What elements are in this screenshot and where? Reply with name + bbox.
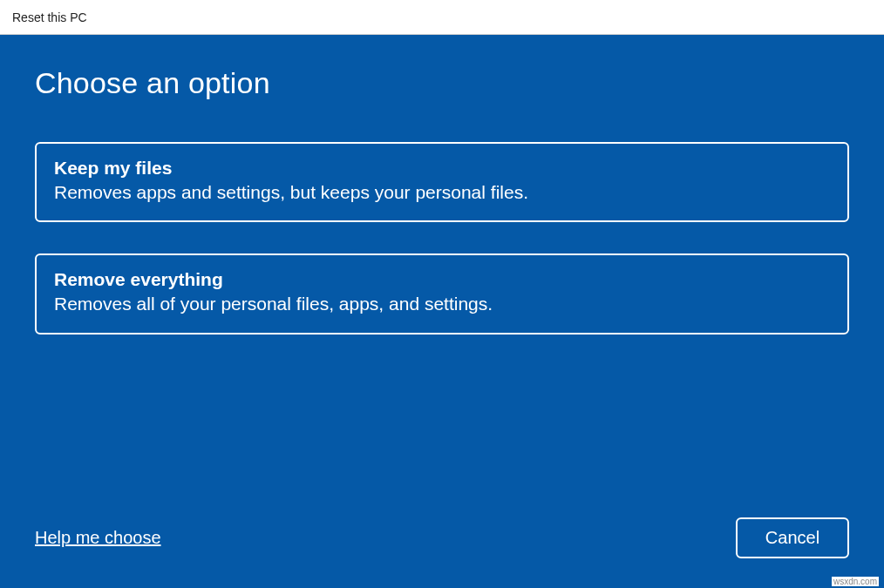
- option-description: Removes apps and settings, but keeps you…: [54, 180, 830, 205]
- watermark: wsxdn.com: [832, 577, 879, 586]
- option-title: Remove everything: [54, 269, 830, 290]
- option-description: Removes all of your personal files, apps…: [54, 292, 830, 316]
- dialog-content: Choose an option Keep my files Removes a…: [0, 35, 884, 588]
- dialog-footer: Help me choose Cancel: [35, 517, 849, 564]
- help-me-choose-link[interactable]: Help me choose: [35, 528, 161, 548]
- window-titlebar: Reset this PC: [0, 0, 884, 35]
- page-title: Choose an option: [35, 66, 849, 100]
- option-keep-my-files[interactable]: Keep my files Removes apps and settings,…: [35, 142, 849, 222]
- window-title: Reset this PC: [12, 10, 87, 24]
- option-remove-everything[interactable]: Remove everything Removes all of your pe…: [35, 253, 849, 334]
- cancel-button[interactable]: Cancel: [736, 517, 849, 558]
- option-title: Keep my files: [54, 158, 830, 179]
